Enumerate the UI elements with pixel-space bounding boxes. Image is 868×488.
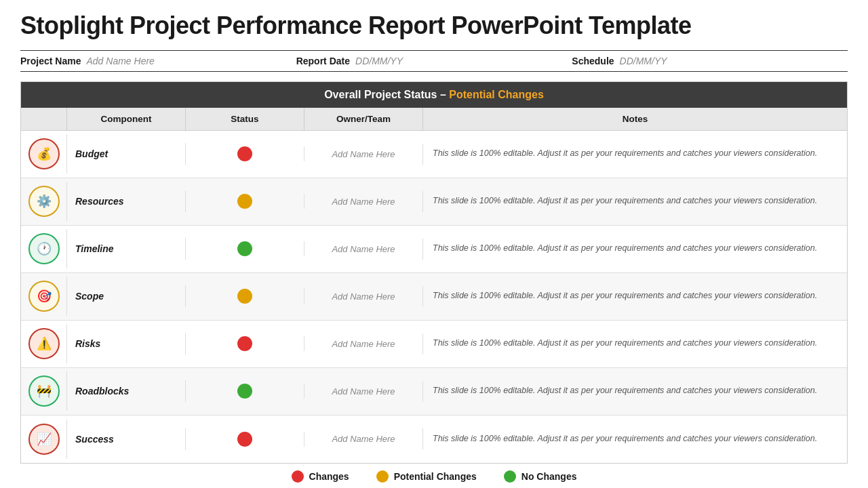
row-icon: 🕐 bbox=[28, 233, 60, 264]
notes-cell: This slide is 100% editable. Adjust it a… bbox=[423, 190, 847, 213]
legend-green-dot bbox=[504, 470, 516, 483]
status-cell bbox=[186, 384, 304, 399]
legend-changes-label: Changes bbox=[309, 471, 349, 482]
report-date-value: DD/MM/YY bbox=[355, 56, 403, 66]
status-dot bbox=[237, 241, 252, 256]
row-icon: ⚙️ bbox=[28, 186, 60, 217]
icon-cell: ⚙️ bbox=[21, 182, 67, 221]
notes-cell: This slide is 100% editable. Adjust it a… bbox=[423, 332, 847, 355]
project-name-item: Project Name Add Name Here bbox=[20, 56, 296, 66]
legend-potential: Potential Changes bbox=[376, 470, 477, 483]
component-name: Roadblocks bbox=[67, 380, 186, 402]
notes-cell: This slide is 100% editable. Adjust it a… bbox=[423, 428, 847, 451]
report-date-item: Report Date DD/MM/YY bbox=[296, 56, 572, 66]
status-table: Overall Project Status – Potential Chang… bbox=[20, 81, 848, 464]
icon-cell: ⚠️ bbox=[21, 324, 67, 363]
header-status: Potential Changes bbox=[449, 89, 544, 100]
owner-cell: Add Name Here bbox=[304, 381, 423, 402]
owner-cell: Add Name Here bbox=[304, 144, 423, 165]
table-header: Overall Project Status – Potential Chang… bbox=[21, 82, 847, 108]
table-row: 🎯 Scope Add Name Here This slide is 100%… bbox=[21, 273, 847, 321]
component-name: Scope bbox=[67, 285, 186, 307]
component-name: Budget bbox=[67, 143, 186, 165]
icon-cell: 🕐 bbox=[21, 229, 67, 268]
status-dot bbox=[237, 194, 252, 209]
col-component: Component bbox=[67, 108, 186, 130]
report-date-label: Report Date bbox=[296, 56, 350, 66]
component-name: Resources bbox=[67, 190, 186, 212]
legend-row: Changes Potential Changes No Changes bbox=[20, 464, 848, 485]
col-status: Status bbox=[186, 108, 304, 130]
component-name: Success bbox=[67, 428, 186, 450]
col-icon bbox=[21, 108, 67, 130]
owner-cell: Add Name Here bbox=[304, 333, 423, 354]
row-icon: 🎯 bbox=[28, 281, 60, 312]
icon-cell: 💰 bbox=[21, 134, 67, 174]
col-owner: Owner/Team bbox=[304, 108, 423, 130]
owner-cell: Add Name Here bbox=[304, 286, 423, 307]
status-cell bbox=[186, 289, 304, 304]
header-text: Overall Project Status – bbox=[324, 89, 449, 100]
table-body: 💰 Budget Add Name Here This slide is 100… bbox=[21, 131, 847, 463]
row-icon: 💰 bbox=[28, 138, 60, 169]
table-row: ⚠️ Risks Add Name Here This slide is 100… bbox=[21, 321, 847, 368]
notes-cell: This slide is 100% editable. Adjust it a… bbox=[423, 237, 847, 260]
legend-red-dot bbox=[292, 470, 304, 483]
row-icon: 📈 bbox=[28, 424, 60, 455]
owner-cell: Add Name Here bbox=[304, 191, 423, 212]
status-dot bbox=[237, 336, 252, 351]
legend-potential-label: Potential Changes bbox=[394, 471, 477, 482]
status-dot bbox=[237, 146, 252, 161]
project-name-label: Project Name bbox=[20, 56, 81, 66]
status-cell bbox=[186, 432, 304, 447]
schedule-item: Schedule DD/MM/YY bbox=[572, 56, 848, 66]
row-icon: ⚠️ bbox=[28, 328, 60, 359]
table-row: 🕐 Timeline Add Name Here This slide is 1… bbox=[21, 226, 847, 273]
schedule-value: DD/MM/YY bbox=[620, 56, 667, 66]
status-cell bbox=[186, 146, 304, 161]
notes-cell: This slide is 100% editable. Adjust it a… bbox=[423, 380, 847, 403]
table-row: 🚧 Roadblocks Add Name Here This slide is… bbox=[21, 368, 847, 415]
status-cell bbox=[186, 194, 304, 209]
icon-cell: 📈 bbox=[21, 420, 67, 459]
legend-yellow-dot bbox=[376, 470, 389, 483]
icon-cell: 🚧 bbox=[21, 371, 67, 411]
legend-no-changes-label: No Changes bbox=[521, 471, 577, 482]
component-name: Risks bbox=[67, 333, 186, 354]
component-name: Timeline bbox=[67, 238, 186, 260]
status-cell bbox=[186, 336, 304, 351]
table-row: ⚙️ Resources Add Name Here This slide is… bbox=[21, 178, 847, 226]
status-dot bbox=[237, 289, 252, 304]
col-notes: Notes bbox=[423, 108, 847, 130]
row-icon: 🚧 bbox=[28, 375, 60, 407]
icon-cell: 🎯 bbox=[21, 277, 67, 316]
owner-cell: Add Name Here bbox=[304, 239, 423, 260]
notes-cell: This slide is 100% editable. Adjust it a… bbox=[423, 142, 847, 165]
table-row: 💰 Budget Add Name Here This slide is 100… bbox=[21, 131, 847, 178]
status-dot bbox=[237, 384, 252, 399]
legend-no-changes: No Changes bbox=[504, 470, 577, 483]
notes-cell: This slide is 100% editable. Adjust it a… bbox=[423, 285, 847, 308]
meta-row: Project Name Add Name Here Report Date D… bbox=[20, 50, 848, 72]
table-row: 📈 Success Add Name Here This slide is 10… bbox=[21, 415, 847, 463]
column-headers: Component Status Owner/Team Notes bbox=[21, 108, 847, 131]
legend-changes: Changes bbox=[292, 470, 349, 483]
status-dot bbox=[237, 432, 252, 447]
schedule-label: Schedule bbox=[572, 56, 614, 66]
page: Stoplight Project Performance Report Pow… bbox=[0, 0, 868, 488]
page-title: Stoplight Project Performance Report Pow… bbox=[20, 12, 848, 39]
project-name-value: Add Name Here bbox=[86, 56, 154, 66]
status-cell bbox=[186, 241, 304, 256]
owner-cell: Add Name Here bbox=[304, 428, 423, 449]
